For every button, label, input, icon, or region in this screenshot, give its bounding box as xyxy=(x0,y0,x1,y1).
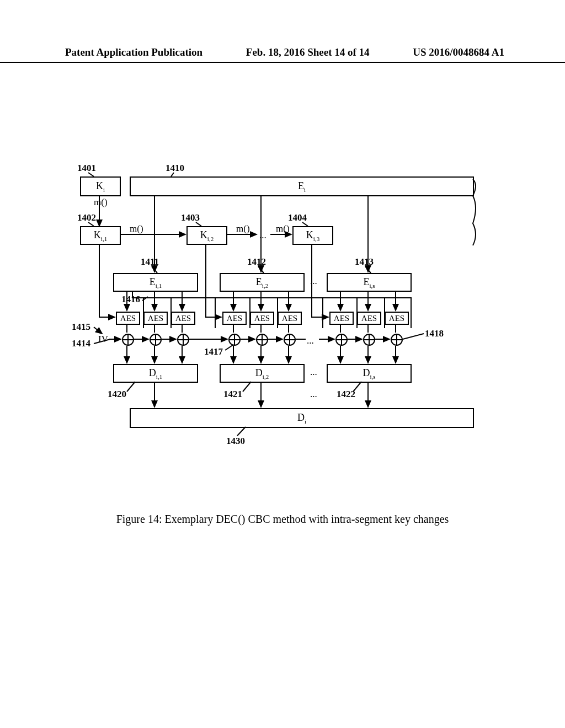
header-center: Feb. 18, 2016 Sheet 14 of 14 xyxy=(246,46,370,58)
label-1403: 1403 xyxy=(181,212,200,223)
page-header: Patent Application Publication Feb. 18, … xyxy=(0,46,565,58)
xor-s-3 xyxy=(391,334,403,346)
box-ei: Ei xyxy=(130,176,474,196)
text-ei: Ei xyxy=(298,180,306,193)
box-di1: Di,1 xyxy=(113,364,198,383)
text-ki2: Ki,2 xyxy=(200,229,214,242)
aes-s-3: AES xyxy=(385,312,409,325)
xor-1-3 xyxy=(177,334,189,346)
xor-2-3 xyxy=(284,334,296,346)
dots-e: ... xyxy=(310,276,317,287)
dots-k: ... xyxy=(259,230,266,241)
header-left: Patent Application Publication xyxy=(65,46,202,58)
svg-line-52 xyxy=(94,327,102,334)
dots-dlabel: ... xyxy=(310,389,317,400)
text-di: Di xyxy=(297,412,306,425)
box-ei1: Ei,1 xyxy=(113,273,198,292)
aes-2-3: AES xyxy=(278,312,302,325)
header-rule xyxy=(0,62,565,63)
dots-d: ... xyxy=(310,367,317,378)
box-dis: Di,s xyxy=(327,364,412,383)
label-m-1: m() xyxy=(130,223,143,234)
svg-line-69 xyxy=(243,382,251,392)
box-ki2: Ki,2 xyxy=(186,226,227,245)
aes-s-1: AES xyxy=(329,312,354,325)
text-ki: Ki xyxy=(96,180,105,193)
label-1420: 1420 xyxy=(108,389,126,400)
label-m-3: m() xyxy=(276,223,290,234)
text-di2: Di,2 xyxy=(255,367,269,380)
aes-s-2: AES xyxy=(357,312,381,325)
box-ki: Ki xyxy=(80,176,121,196)
aes-1-1: AES xyxy=(116,312,140,325)
label-1422: 1422 xyxy=(337,389,355,400)
svg-line-71 xyxy=(237,427,246,436)
aes-1-2: AES xyxy=(143,312,168,325)
text-eis: Ei,s xyxy=(363,276,375,289)
label-m-ki: m() xyxy=(94,197,108,208)
xor-2-1 xyxy=(228,334,241,346)
dots-xor: ... xyxy=(307,335,314,346)
label-1402: 1402 xyxy=(77,212,96,223)
label-m-2: m() xyxy=(236,223,250,234)
label-1417: 1417 xyxy=(204,346,223,357)
label-iv: IV xyxy=(98,334,108,345)
box-di: Di xyxy=(130,408,474,428)
label-1421: 1421 xyxy=(223,389,242,400)
box-ki3: Ki,3 xyxy=(292,226,333,245)
header-right: US 2016/0048684 A1 xyxy=(413,46,504,58)
text-di1: Di,1 xyxy=(149,367,162,380)
label-1411: 1411 xyxy=(141,256,159,267)
xor-2-2 xyxy=(256,334,268,346)
box-ki1: Ki,1 xyxy=(80,226,121,245)
label-1430: 1430 xyxy=(226,436,245,447)
aes-1-3: AES xyxy=(171,312,195,325)
text-ei2: Ei,2 xyxy=(256,276,268,289)
text-ei1: Ei,1 xyxy=(150,276,162,289)
label-1404: 1404 xyxy=(288,212,307,223)
label-1412: 1412 xyxy=(247,256,266,267)
xor-s-1 xyxy=(335,334,348,346)
svg-line-32 xyxy=(142,297,148,301)
box-eis: Ei,s xyxy=(327,273,412,292)
text-ki1: Ki,1 xyxy=(94,229,107,242)
aes-2-1: AES xyxy=(222,312,247,325)
svg-line-55 xyxy=(403,334,424,339)
text-dis: Di,s xyxy=(363,367,375,380)
svg-line-68 xyxy=(127,382,135,392)
label-1413: 1413 xyxy=(355,256,374,267)
label-1415: 1415 xyxy=(72,322,90,333)
diagram: 1401 1410 Ki Ei m() 1402 1403 1404 Ki,1 … xyxy=(72,163,491,461)
label-1416: 1416 xyxy=(121,294,140,305)
box-di2: Di,2 xyxy=(220,364,305,383)
label-1401: 1401 xyxy=(77,163,96,174)
label-1418: 1418 xyxy=(425,328,444,339)
text-ki3: Ki,3 xyxy=(306,229,319,242)
aes-2-2: AES xyxy=(250,312,274,325)
xor-s-2 xyxy=(363,334,375,346)
label-1410: 1410 xyxy=(166,163,184,174)
page: Patent Application Publication Feb. 18, … xyxy=(0,0,565,728)
xor-1-2 xyxy=(150,334,162,346)
box-ei2: Ei,2 xyxy=(220,273,305,292)
xor-1-1 xyxy=(122,334,134,346)
label-1414: 1414 xyxy=(72,338,90,349)
figure-caption: Figure 14: Exemplary DEC() CBC method wi… xyxy=(0,513,565,526)
